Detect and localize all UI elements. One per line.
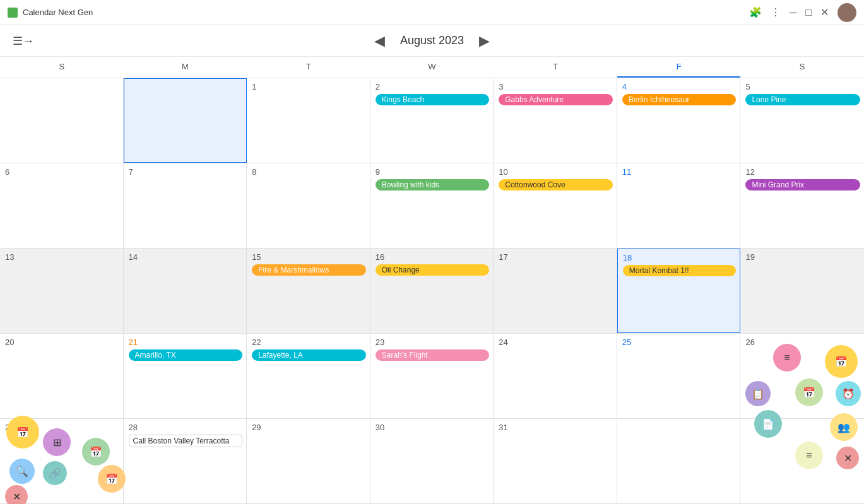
day-aug-3[interactable]: 3 Gabbs Adventure (494, 78, 617, 163)
day-aug-16[interactable]: 16 Oil Change (370, 249, 494, 333)
app-title: Calendar Next Gen (23, 8, 93, 17)
extensions-icon[interactable]: 🧩 (749, 6, 762, 18)
prev-month-button[interactable]: ◀ (369, 30, 390, 52)
day-sep-2[interactable] (740, 419, 864, 503)
week-2: 6 7 8 9 Bowling with kids 10 Cottonwood … (0, 163, 864, 249)
header-thu: T (494, 57, 617, 78)
event-oil-change[interactable]: Oil Change (376, 264, 490, 276)
day-aug-20[interactable]: 20 (0, 334, 124, 418)
day-aug-9[interactable]: 9 Bowling with kids (370, 163, 494, 248)
titlebar-right: 🧩 ⋮ ─ □ ✕ (749, 3, 856, 22)
header-sun: S (0, 57, 124, 78)
titlebar: Calendar Next Gen 🧩 ⋮ ─ □ ✕ (0, 0, 864, 25)
calendar-body: 1 2 Kings Beach 3 Gabbs Adventure 4 Berl… (0, 78, 864, 504)
day-aug-28[interactable]: 28 Call Boston Valley Terracotta (124, 419, 247, 503)
day-aug-17[interactable]: 17 (494, 249, 617, 333)
day-aug-21[interactable]: 21 Amarillo, TX (124, 334, 247, 418)
event-mortal-kombat[interactable]: Mortal Kombat 1!! (623, 265, 737, 276)
day-aug-22[interactable]: 22 Lafayette, LA (247, 334, 370, 418)
month-title: August 2023 (400, 34, 464, 47)
day-aug-4[interactable]: 4 Berlin Ichtheosaur (617, 78, 741, 163)
menu-dots-icon[interactable]: ⋮ (771, 6, 781, 18)
day-aug-29[interactable]: 29 (247, 419, 370, 503)
day-jul-31[interactable] (124, 78, 247, 163)
header-tue: T (247, 57, 370, 78)
day-aug-26[interactable]: 26 (740, 334, 864, 418)
day-jul-30[interactable] (0, 78, 124, 163)
close-icon[interactable]: ✕ (820, 6, 829, 18)
day-aug-23[interactable]: 23 Sarah's Flight (370, 334, 494, 418)
calendar-header: ☰→ ◀ August 2023 ▶ (0, 25, 864, 57)
maximize-icon[interactable]: □ (805, 7, 812, 18)
week-1: 1 2 Kings Beach 3 Gabbs Adventure 4 Berl… (0, 78, 864, 163)
event-kings-beach[interactable]: Kings Beach (376, 94, 490, 105)
event-berlin-ichtheosaur[interactable]: Berlin Ichtheosaur (622, 94, 737, 105)
day-aug-19[interactable]: 19 (740, 249, 864, 333)
day-aug-31[interactable]: 31 (494, 419, 617, 503)
avatar[interactable] (837, 3, 856, 22)
day-aug-24[interactable]: 24 (494, 334, 617, 418)
day-aug-5[interactable]: 5 Lone Pine (740, 78, 864, 163)
titlebar-left: Calendar Next Gen (8, 8, 93, 18)
event-amarillo[interactable]: Amarillo, TX (129, 349, 243, 361)
day-sep-1[interactable] (617, 419, 741, 503)
event-lafayette[interactable]: Lafayette, LA (252, 349, 366, 361)
header-wed: W (370, 57, 494, 78)
day-aug-6[interactable]: 6 (0, 163, 124, 248)
day-aug-27[interactable]: 27 (0, 419, 124, 503)
header-fri: F (617, 57, 741, 78)
day-aug-15[interactable]: 15 Fire & Marshmallows (247, 249, 370, 333)
event-sarahs-flight[interactable]: Sarah's Flight (376, 349, 490, 361)
calendar-grid: S M T W T F S 1 2 Kings Beach 3 Gabbs Ad… (0, 57, 864, 504)
next-month-button[interactable]: ▶ (474, 30, 495, 52)
day-headers-row: S M T W T F S (0, 57, 864, 78)
event-fire-marshmallows[interactable]: Fire & Marshmallows (252, 264, 366, 276)
day-aug-7[interactable]: 7 (124, 163, 247, 248)
minimize-icon[interactable]: ─ (790, 7, 796, 18)
day-aug-1[interactable]: 1 (247, 78, 370, 163)
day-aug-8[interactable]: 8 (247, 163, 370, 248)
day-aug-11[interactable]: 11 (617, 163, 741, 248)
day-aug-30[interactable]: 30 (370, 419, 494, 503)
day-aug-25[interactable]: 25 (617, 334, 741, 418)
week-5: 27 28 Call Boston Valley Terracotta 29 3… (0, 419, 864, 504)
week-4: 20 21 Amarillo, TX 22 Lafayette, LA 23 S… (0, 334, 864, 419)
day-aug-13[interactable]: 13 (0, 249, 124, 333)
event-cottonwood[interactable]: Cottonwood Cove (499, 179, 613, 190)
event-mini-grand-prix[interactable]: Mini Grand Prix (745, 179, 860, 190)
day-aug-12[interactable]: 12 Mini Grand Prix (740, 163, 864, 248)
day-aug-2[interactable]: 2 Kings Beach (370, 78, 494, 163)
header-sat: S (740, 57, 864, 78)
event-call-boston[interactable]: Call Boston Valley Terracotta (129, 435, 243, 447)
week-3: 13 14 15 Fire & Marshmallows 16 Oil Chan… (0, 249, 864, 334)
app-icon (8, 8, 18, 18)
day-aug-18[interactable]: 18 Mortal Kombat 1!! (617, 249, 741, 333)
event-lone-pine[interactable]: Lone Pine (745, 94, 860, 105)
sidebar-toggle-icon[interactable]: ☰→ (13, 34, 34, 48)
day-aug-14[interactable]: 14 (124, 249, 247, 333)
event-bowling[interactable]: Bowling with kids (376, 179, 490, 190)
header-mon: M (124, 57, 247, 78)
day-aug-10[interactable]: 10 Cottonwood Cove (494, 163, 617, 248)
event-gabbs-adventure[interactable]: Gabbs Adventure (499, 94, 613, 105)
